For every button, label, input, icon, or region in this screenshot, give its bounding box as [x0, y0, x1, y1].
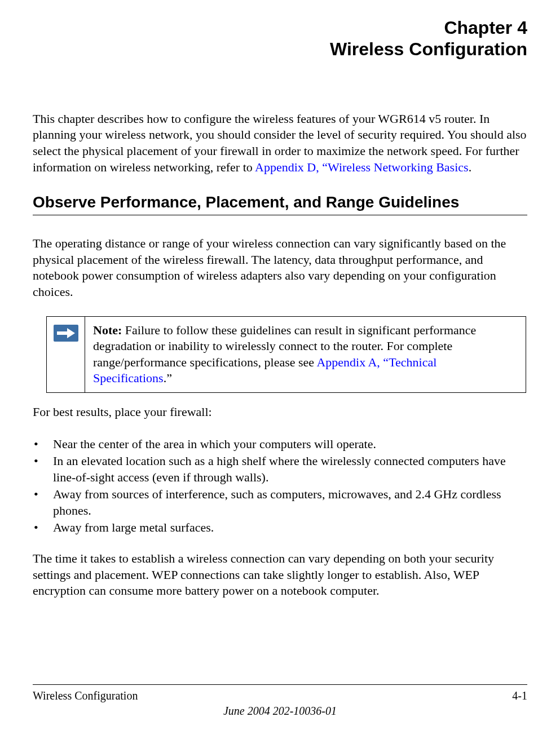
section1-paragraph1: The operating distance or range of your …	[33, 236, 527, 300]
list-item: In an elevated location such as a high s…	[33, 453, 527, 485]
note-text: Note: Failure to follow these guidelines…	[85, 317, 526, 392]
footer-line: Wireless Configuration 4-1	[33, 684, 527, 702]
chapter-title: Wireless Configuration	[33, 38, 527, 60]
note-icon-cell	[47, 317, 85, 392]
intro-text-after: .	[469, 160, 472, 174]
list-item: Away from large metal surfaces.	[33, 520, 527, 536]
page-footer: Wireless Configuration 4-1 June 2004 202…	[33, 684, 527, 718]
list-item: Away from sources of interference, such …	[33, 486, 527, 519]
placement-bullets: Near the center of the area in which you…	[33, 436, 527, 537]
footer-left: Wireless Configuration	[33, 689, 138, 702]
closing-paragraph: The time it takes to establish a wireles…	[33, 551, 527, 599]
footer-date: June 2004 202-10036-01	[33, 705, 527, 718]
chapter-header: Chapter 4 Wireless Configuration	[33, 17, 527, 60]
chapter-number: Chapter 4	[33, 17, 527, 38]
note-label: Note:	[93, 323, 122, 337]
note-text-after: .”	[164, 371, 172, 385]
intro-paragraph: This chapter describes how to configure …	[33, 111, 527, 175]
footer-page-number: 4-1	[512, 689, 527, 702]
list-item: Near the center of the area in which you…	[33, 436, 527, 453]
section-heading-observe: Observe Performance, Placement, and Rang…	[33, 193, 527, 215]
note-box: Note: Failure to follow these guidelines…	[46, 316, 526, 393]
arrow-right-icon	[54, 325, 78, 342]
placement-intro: For best results, place your firewall:	[33, 404, 527, 421]
appendix-d-link[interactable]: Appendix D, “Wireless Networking Basics	[255, 160, 469, 174]
